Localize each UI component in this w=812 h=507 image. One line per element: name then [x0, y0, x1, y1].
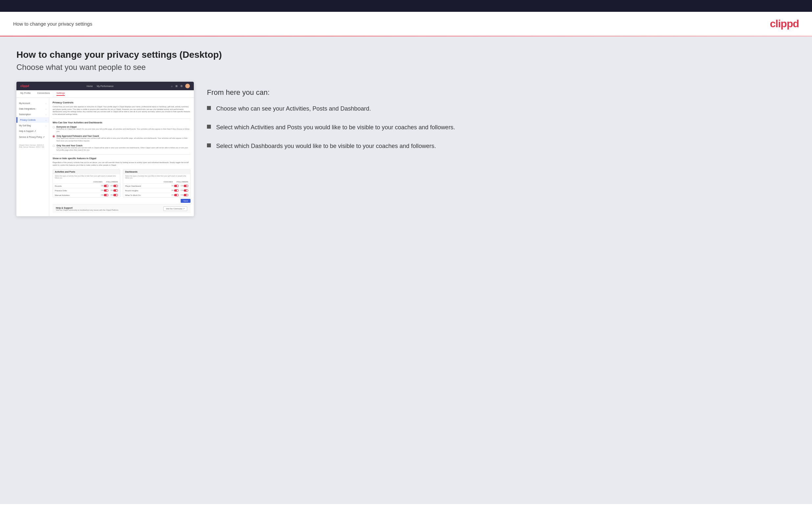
what-to-work-coaches-toggle[interactable]: ON: [171, 194, 179, 196]
chevron-right-icon: ›: [46, 108, 46, 110]
toggle-row-manual: Manual Activities ON ON: [53, 193, 120, 197]
manual-followers-toggle[interactable]: ON: [110, 194, 118, 196]
what-to-work-followers-toggle[interactable]: ON: [181, 194, 188, 196]
visit-community-button[interactable]: Visit Our Community ↗: [163, 207, 187, 211]
bullet-icon-1: [207, 106, 211, 110]
footer: Copyright Clippd 2022: [0, 504, 812, 507]
sidebar-item-subscription[interactable]: Subscription ›: [16, 112, 49, 117]
bullet-icon-3: [207, 144, 211, 147]
from-here-heading: From here you can:: [207, 88, 796, 97]
bullet-text-1: Choose who can see your Activities, Post…: [216, 105, 371, 113]
page-heading: How to change your privacy settings (Des…: [16, 50, 796, 60]
mockup-nav-icons: ⌕ ⊞ ⚙: [171, 84, 190, 88]
dashboards-desc: Select the types of activity that you'd …: [123, 174, 190, 180]
mockup-logo: clippd: [20, 84, 29, 88]
activities-posts-table: Activities and Posts Select the types of…: [53, 169, 120, 198]
round-insights-followers-toggle[interactable]: ON: [181, 189, 188, 192]
radio-group: Everyone on Clippd Everyone on Clippd ca…: [53, 126, 191, 152]
subnav-settings[interactable]: Settings: [56, 92, 65, 96]
sidebar-item-account[interactable]: My Account ›: [16, 100, 49, 106]
sidebar-item-golf-bag[interactable]: My Golf Bag ›: [16, 123, 49, 128]
top-bar: [0, 0, 812, 12]
main-content: How to change your privacy settings (Des…: [0, 37, 812, 504]
screenshot-container: clippd Home My Performance ⌕ ⊞ ⚙ My Prof…: [16, 82, 194, 216]
subnav-profile[interactable]: My Profile: [20, 92, 31, 96]
toggle-row-what-to-work: What To Work On ON ON: [123, 193, 190, 197]
toggle-row-drills: Practice Drills ON ON: [53, 188, 120, 193]
sidebar-item-data[interactable]: Data Integrations ›: [16, 106, 49, 112]
grid-icon: ⊞: [175, 84, 178, 88]
content-columns: clippd Home My Performance ⌕ ⊞ ⚙ My Prof…: [16, 82, 796, 216]
bullet-item-1: Choose who can see your Activities, Post…: [207, 105, 796, 113]
bullet-item-2: Select which Activities and Posts you wo…: [207, 123, 796, 131]
mockup-nav-home[interactable]: Home: [87, 85, 93, 87]
search-icon: ⌕: [171, 84, 173, 88]
dashboards-header: Dashboards: [123, 169, 190, 174]
dashboards-cols: COACHES FOLLOWERS: [123, 180, 190, 184]
save-row: Save: [53, 198, 191, 204]
player-dashboard-coaches-toggle[interactable]: ON: [171, 185, 179, 187]
drills-coaches-toggle[interactable]: ON: [101, 189, 109, 192]
settings-icon: ⚙: [180, 84, 183, 88]
round-insights-coaches-toggle[interactable]: ON: [171, 189, 179, 192]
logo: clippd: [770, 18, 799, 30]
help-desc: Visit our Clippd community to troublesho…: [56, 209, 119, 211]
mockup-navbar: clippd Home My Performance ⌕ ⊞ ⚙: [16, 82, 194, 90]
mockup-help-section: Help & Support Visit our Clippd communit…: [53, 204, 191, 213]
chevron-right-icon: ›: [46, 102, 46, 104]
rounds-coaches-toggle[interactable]: ON: [101, 185, 109, 187]
activities-posts-cols: COACHES FOLLOWERS: [53, 180, 120, 184]
radio-coach-only[interactable]: Only You and Your Coach Only you and the…: [53, 145, 191, 152]
radio-everyone-btn[interactable]: [53, 126, 55, 128]
toggle-row-round-insights: Round Insights ON ON: [123, 188, 190, 193]
mockup-privacy-desc: Control how you and your data appears to…: [53, 106, 191, 116]
mockup-main-panel: Privacy Controls Control how you and you…: [49, 98, 194, 216]
bullet-text-3: Select which Dashboards you would like t…: [216, 142, 436, 150]
subnav-connections[interactable]: Connections: [37, 92, 50, 96]
radio-followers[interactable]: Only Approved Followers and Your Coach O…: [53, 135, 191, 142]
bullet-icon-2: [207, 125, 211, 129]
activities-posts-desc: Select the types of activity that you'd …: [53, 174, 120, 180]
divider-1: [53, 118, 191, 119]
mockup-nav-links: Home My Performance: [87, 85, 114, 87]
avatar: [185, 84, 190, 88]
dashboards-table: Dashboards Select the types of activity …: [123, 169, 191, 198]
bullet-item-3: Select which Dashboards you would like t…: [207, 142, 796, 150]
divider-2: [53, 154, 191, 155]
chevron-right-icon: ›: [46, 119, 46, 121]
sidebar-item-help[interactable]: Help & Support ↗: [16, 128, 49, 134]
chevron-right-icon: ›: [46, 114, 46, 115]
show-hide-desc: Regardless of the privacy controls that …: [53, 161, 191, 166]
activities-posts-header: Activities and Posts: [53, 169, 120, 174]
mockup-nav-performance[interactable]: My Performance: [97, 85, 113, 87]
app-mockup: clippd Home My Performance ⌕ ⊞ ⚙ My Prof…: [16, 82, 194, 216]
player-dashboard-followers-toggle[interactable]: ON: [181, 185, 188, 187]
drills-followers-toggle[interactable]: ON: [110, 189, 118, 192]
radio-followers-btn[interactable]: [53, 135, 55, 137]
sidebar-footer: Clippd Client Version: 2022.8.2SQL Serve…: [16, 142, 49, 151]
header: How to change your privacy settings clip…: [0, 12, 812, 36]
radio-everyone[interactable]: Everyone on Clippd Everyone on Clippd ca…: [53, 126, 191, 133]
chevron-right-icon: ›: [46, 125, 46, 127]
bullet-text-2: Select which Activities and Posts you wo…: [216, 123, 455, 131]
bullet-list: Choose who can see your Activities, Post…: [207, 105, 796, 151]
right-panel: From here you can: Choose who can see yo…: [207, 82, 796, 157]
manual-coaches-toggle[interactable]: ON: [101, 194, 109, 196]
page-title: How to change your privacy settings: [13, 21, 92, 26]
mockup-privacy-title: Privacy Controls: [53, 101, 191, 104]
sidebar-item-service[interactable]: Service & Privacy Policy ↗: [16, 134, 49, 140]
who-can-see-title: Who Can See Your Activities and Dashboar…: [53, 121, 191, 124]
toggle-tables-row: Activities and Posts Select the types of…: [53, 169, 191, 198]
radio-coach-only-btn[interactable]: [53, 145, 55, 147]
save-button[interactable]: Save: [181, 199, 191, 203]
toggle-row-rounds: Rounds ON ON: [53, 184, 120, 188]
toggle-row-player-dashboard: Player Dashboard ON ON: [123, 184, 190, 188]
show-hide-title: Show or hide specific features in Clippd: [53, 157, 191, 160]
sidebar-item-privacy[interactable]: Privacy Controls ›: [16, 117, 49, 123]
page-subheading: Choose what you want people to see: [16, 63, 796, 72]
mockup-subnav: My Profile Connections Settings: [16, 90, 194, 98]
mockup-sidebar: My Account › Data Integrations › Subscri…: [16, 98, 49, 216]
help-title: Help & Support: [56, 207, 119, 209]
mockup-body: My Account › Data Integrations › Subscri…: [16, 98, 194, 216]
rounds-followers-toggle[interactable]: ON: [110, 185, 118, 187]
